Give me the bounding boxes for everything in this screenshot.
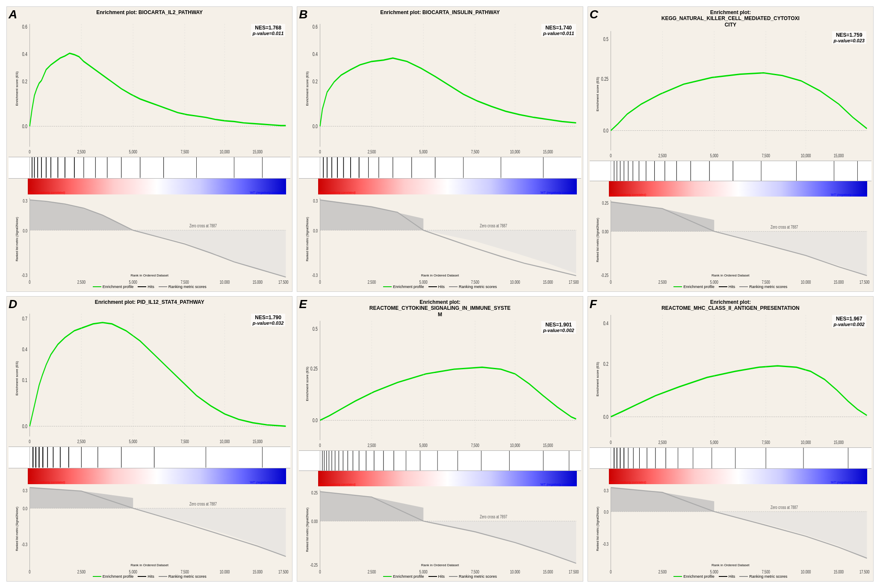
svg-marker-286: [714, 512, 867, 559]
svg-text:15,000: 15,000: [833, 279, 844, 284]
hits-area-a: [9, 157, 290, 178]
pvalue-c: p-value=0.023: [834, 38, 865, 43]
panel-label-e: E: [299, 297, 307, 311]
svg-text:2,500: 2,500: [658, 153, 666, 158]
legend-b: Enrichment profile Hits Ranking metric s…: [299, 284, 581, 290]
svg-text:10,000: 10,000: [220, 279, 230, 284]
panel-title-c: Enrichment plot:KEGG_NATURAL_KILLER_CELL…: [590, 9, 871, 28]
panel-title-f: Enrichment plot:REACTOME_MHC_CLASS_II_AN…: [590, 298, 871, 312]
ranked-area-e: 0.25 0.00 -0.25 Zero cross at 7897 0 2,5…: [299, 486, 581, 573]
svg-text:15,000: 15,000: [543, 442, 553, 448]
svg-text:2,500: 2,500: [658, 279, 666, 284]
nes-box-b: NES=1.740 p-value=0.011: [541, 24, 576, 37]
svg-text:0: 0: [319, 279, 321, 284]
svg-text:17,500: 17,500: [859, 569, 870, 573]
gradient-bar-e: 'MUT' (positively correlated) 'WT' (nega…: [299, 471, 581, 486]
svg-marker-285: [611, 488, 714, 512]
nes-value-e: NES=1.901: [543, 322, 574, 328]
svg-text:0: 0: [610, 279, 611, 284]
pvalue-a: p-value=0.011: [253, 31, 283, 36]
svg-text:5,000: 5,000: [710, 279, 718, 284]
svg-text:10,000: 10,000: [510, 442, 520, 448]
panel-label-c: C: [590, 8, 598, 21]
nes-box-d: NES=1.790 p-value=0.032: [251, 314, 285, 326]
svg-text:Zero cross at 7897: Zero cross at 7897: [480, 514, 507, 520]
svg-text:2,500: 2,500: [368, 569, 376, 573]
legend-ranking-a: Ranking metric scores: [159, 285, 207, 289]
svg-text:0: 0: [319, 149, 321, 155]
y-axis-label-a: Enrichment score (ES): [15, 71, 19, 106]
svg-text:2,500: 2,500: [77, 439, 86, 444]
svg-text:5,000: 5,000: [419, 442, 428, 448]
svg-text:15,000: 15,000: [833, 153, 844, 158]
x-axis-label-b: Rank in Ordered Dataset: [421, 273, 459, 277]
svg-text:5,000: 5,000: [129, 569, 137, 573]
y-axis-label-f: Enrichment score (ES): [596, 362, 599, 396]
svg-text:Zero cross at 7887: Zero cross at 7887: [771, 505, 798, 510]
panel-title-e: Enrichment plot:REACTOME_CYTOKINE_SIGNAL…: [299, 298, 581, 318]
svg-text:15,000: 15,000: [833, 439, 843, 445]
chart-area-d: Enrichment score (ES) NES=1.790 p-value=…: [9, 310, 290, 573]
panel-label-d: D: [9, 297, 17, 311]
y-axis-label-e: Enrichment score (ES): [305, 367, 309, 401]
svg-text:2,500: 2,500: [368, 442, 376, 448]
nes-value-a: NES=1.768: [253, 25, 283, 31]
svg-text:15,000: 15,000: [253, 439, 263, 444]
panel-title-d: Enrichment plot: PID_IL12_STAT4_PATHWAY: [9, 298, 290, 310]
hits-area-b: [299, 157, 581, 178]
pvalue-d: p-value=0.032: [253, 320, 283, 326]
x-axis-label-f: Rank in Ordered Dataset: [712, 563, 750, 567]
svg-text:0: 0: [319, 442, 321, 448]
ranked-y-label-a: Ranked list metric (Signal2Noise): [15, 217, 18, 261]
ranked-area-c: 0.25 0.00 -0.25 Zero cross at 7887 0 2,5…: [590, 197, 871, 284]
svg-text:2,500: 2,500: [658, 439, 666, 445]
legend-a: Enrichment profile Hits Ranking metric s…: [9, 284, 290, 290]
svg-text:7,500: 7,500: [762, 569, 770, 573]
hits-area-f: [590, 448, 871, 469]
legend-f: Enrichment profile Hits Ranking metric s…: [590, 573, 871, 579]
svg-text:5,000: 5,000: [710, 439, 718, 445]
legend-hits-label-a: Hits: [148, 285, 154, 289]
ranked-y-label-c: Ranked list metric (Signal2Noise): [596, 218, 599, 262]
svg-text:5,000: 5,000: [419, 149, 428, 155]
panel-label-b: B: [299, 8, 307, 21]
svg-text:7,500: 7,500: [180, 439, 189, 444]
svg-text:0: 0: [29, 439, 30, 444]
panel-title-a: Enrichment plot: BIOCARTA_IL2_PATHWAY: [9, 9, 290, 21]
svg-text:5,000: 5,000: [419, 279, 428, 284]
svg-text:10,000: 10,000: [800, 279, 811, 284]
svg-text:0: 0: [610, 439, 611, 445]
panel-b: B Enrichment plot: BIOCARTA_INSULIN_PATH…: [297, 6, 583, 292]
svg-text:17,500: 17,500: [278, 569, 289, 573]
svg-text:Zero cross at 7887: Zero cross at 7887: [480, 223, 507, 228]
svg-text:17,500: 17,500: [569, 279, 579, 284]
panel-a: A Enrichment plot: BIOCARTA_IL2_PATHWAY …: [6, 6, 292, 292]
svg-text:2,500: 2,500: [368, 279, 376, 284]
ranked-y-label-f: Ranked list metric (Signal2Noise): [596, 507, 599, 551]
es-plot-d: Enrichment score (ES) NES=1.790 p-value=…: [9, 310, 290, 447]
panel-label-a: A: [9, 8, 17, 21]
nes-value-f: NES=1.967: [834, 316, 865, 322]
svg-marker-237: [320, 492, 424, 521]
svg-text:2,500: 2,500: [658, 569, 666, 573]
ranked-y-label-d: Ranked list metric (Signal2Noise): [15, 507, 18, 551]
chart-area-c: Enrichment score (ES) NES=1.759 p-value=…: [590, 28, 871, 284]
svg-text:17,500: 17,500: [569, 569, 579, 573]
svg-text:15,000: 15,000: [253, 149, 263, 155]
svg-text:5,000: 5,000: [129, 279, 137, 284]
svg-text:0: 0: [29, 279, 30, 284]
svg-text:17,500: 17,500: [278, 279, 289, 284]
legend-e: Enrichment profile Hits Ranking metric s…: [299, 573, 581, 579]
svg-text:7,500: 7,500: [762, 279, 770, 284]
legend-enrichment-a: Enrichment profile: [93, 285, 134, 289]
es-plot-f: Enrichment score (ES) NES=1.967 p-value=…: [590, 312, 871, 448]
es-plot-e: Enrichment score (ES) NES=1.901 p-value=…: [299, 318, 581, 450]
svg-text:2,500: 2,500: [77, 569, 86, 573]
ranked-y-label-e: Ranked list metric (Signal2Noise): [306, 508, 309, 552]
legend-c: Enrichment profile Hits Ranking metric s…: [590, 284, 871, 290]
panel-f: F Enrichment plot:REACTOME_MHC_CLASS_II_…: [588, 296, 874, 582]
svg-text:10,000: 10,000: [220, 149, 230, 155]
x-axis-label-a: Rank in Ordered Dataset: [130, 273, 168, 277]
svg-text:10,000: 10,000: [510, 279, 520, 284]
panel-e: E Enrichment plot:REACTOME_CYTOKINE_SIGN…: [297, 296, 583, 582]
